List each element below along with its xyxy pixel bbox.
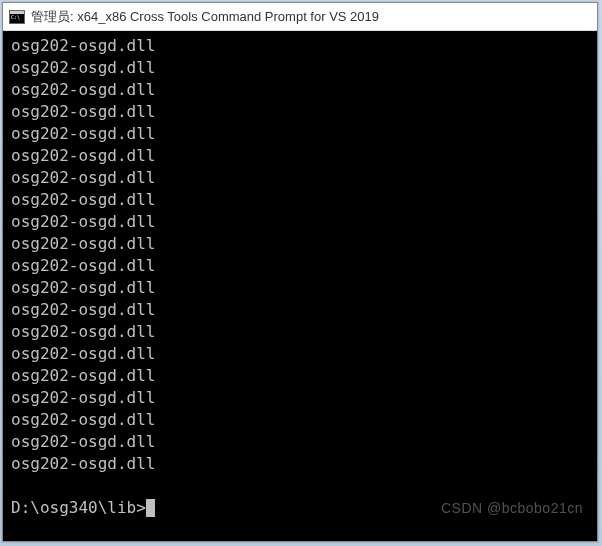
output-line: osg202-osgd.dll: [11, 343, 589, 365]
cmd-icon: [9, 10, 25, 24]
output-line: osg202-osgd.dll: [11, 57, 589, 79]
output-line: osg202-osgd.dll: [11, 123, 589, 145]
output-line: osg202-osgd.dll: [11, 79, 589, 101]
blank-line: [11, 475, 589, 497]
prompt-text: D:\osg340\lib>: [11, 497, 146, 519]
output-line: osg202-osgd.dll: [11, 233, 589, 255]
output-line: osg202-osgd.dll: [11, 255, 589, 277]
output-line: osg202-osgd.dll: [11, 387, 589, 409]
output-line: osg202-osgd.dll: [11, 145, 589, 167]
output-line: osg202-osgd.dll: [11, 299, 589, 321]
output-line: osg202-osgd.dll: [11, 365, 589, 387]
terminal-area[interactable]: osg202-osgd.dllosg202-osgd.dllosg202-osg…: [3, 31, 597, 541]
output-line: osg202-osgd.dll: [11, 409, 589, 431]
command-prompt-window: 管理员: x64_x86 Cross Tools Command Prompt …: [2, 2, 598, 542]
titlebar[interactable]: 管理员: x64_x86 Cross Tools Command Prompt …: [3, 3, 597, 31]
cursor: [146, 499, 155, 517]
output-line: osg202-osgd.dll: [11, 167, 589, 189]
output-line: osg202-osgd.dll: [11, 189, 589, 211]
output-line: osg202-osgd.dll: [11, 211, 589, 233]
output-line: osg202-osgd.dll: [11, 35, 589, 57]
terminal-output: osg202-osgd.dllosg202-osgd.dllosg202-osg…: [11, 35, 589, 475]
output-line: osg202-osgd.dll: [11, 101, 589, 123]
output-line: osg202-osgd.dll: [11, 277, 589, 299]
prompt-line[interactable]: D:\osg340\lib>: [11, 497, 589, 519]
window-title: 管理员: x64_x86 Cross Tools Command Prompt …: [31, 8, 379, 26]
output-line: osg202-osgd.dll: [11, 453, 589, 475]
output-line: osg202-osgd.dll: [11, 431, 589, 453]
output-line: osg202-osgd.dll: [11, 321, 589, 343]
